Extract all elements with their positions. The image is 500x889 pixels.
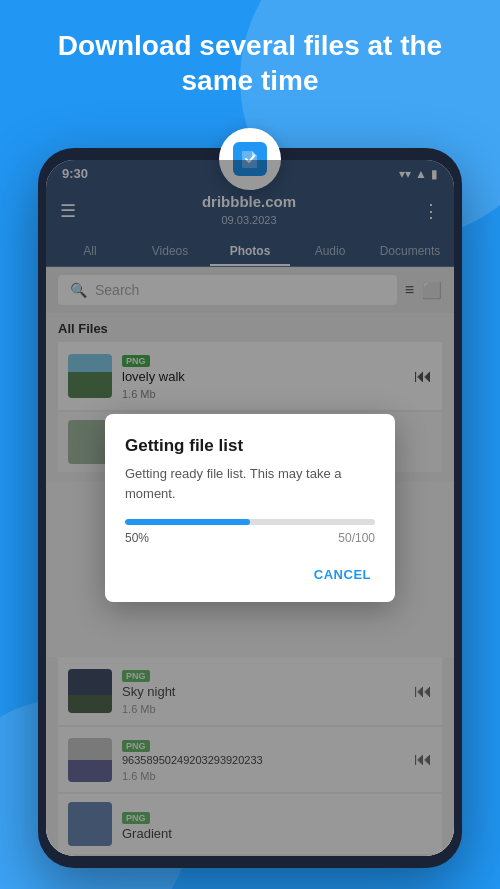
phone-screen: 9:30 ▾▾ ▲ ▮ ☰ dribbble.com 09.03.2023 ⋮ …: [46, 160, 454, 856]
dialog-message: Getting ready file list. This may take a…: [125, 464, 375, 503]
progress-count: 50/100: [338, 531, 375, 545]
progress-bar-track: [125, 519, 375, 525]
dialog-title: Getting file list: [125, 436, 375, 456]
cancel-button[interactable]: CANCEL: [310, 561, 375, 588]
dialog-overlay: Getting file list Getting ready file lis…: [46, 160, 454, 856]
progress-percent: 50%: [125, 531, 149, 545]
progress-bar-fill: [125, 519, 250, 525]
dialog: Getting file list Getting ready file lis…: [105, 414, 395, 602]
dialog-actions: CANCEL: [125, 561, 375, 588]
progress-labels: 50% 50/100: [125, 531, 375, 545]
phone: 9:30 ▾▾ ▲ ▮ ☰ dribbble.com 09.03.2023 ⋮ …: [38, 148, 462, 868]
hero-title: Download several files at the same time: [0, 28, 500, 98]
